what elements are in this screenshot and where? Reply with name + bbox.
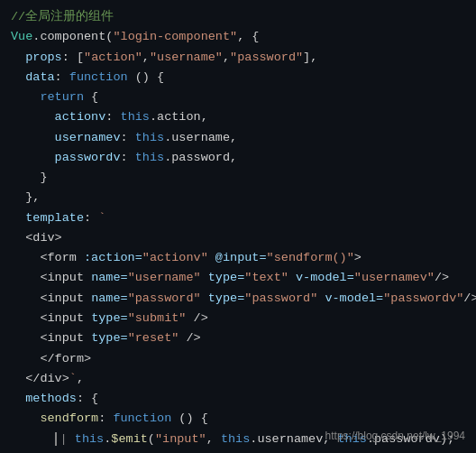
code-line-7: usernamev: this.username, (11, 128, 465, 148)
code-line-16: <input type="submit" /> (11, 309, 465, 328)
code-line-1: //全局注册的组件 (11, 7, 465, 27)
code-line-14: <input name="username" type="text" v-mod… (11, 268, 465, 288)
watermark: https://blog.csdn.net/lw_1994 (325, 428, 465, 446)
code-line-6: actionv: this.action, (11, 107, 465, 127)
code-line-10: }, (11, 188, 465, 208)
code-line-12: <div> (11, 228, 465, 248)
code-line-17: <input type="reset" /> (11, 328, 465, 348)
code-line-8: passwordv: this.password, (11, 148, 465, 168)
code-line-23: } (11, 449, 465, 453)
code-line-3: props: ["action","username","password"], (11, 48, 465, 68)
code-line-20: methods: { (11, 389, 465, 409)
code-line-21: sendform: function () { (11, 409, 465, 429)
code-line-5: return { (11, 88, 465, 107)
code-line-2: Vue.component("login-component", { (11, 27, 465, 47)
code-line-18: </form> (11, 349, 465, 369)
code-line-4: data: function () { (11, 68, 465, 88)
code-editor: //全局注册的组件 Vue.component("login-component… (0, 0, 476, 453)
code-line-15: <input name="password" type="password" v… (11, 289, 465, 309)
code-line-19: </div>`, (11, 369, 465, 389)
code-line-11: template: ` (11, 208, 465, 228)
code-line-9: } (11, 168, 465, 188)
code-line-13: <form :action="actionv" @input="sendform… (11, 248, 465, 268)
